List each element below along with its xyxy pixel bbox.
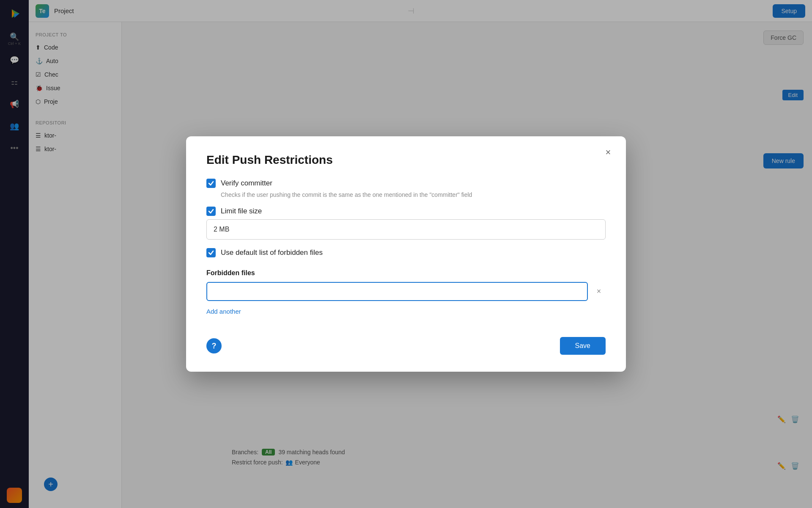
verify-committer-row: Verify committer [206, 179, 606, 188]
limit-file-size-row: Limit file size [206, 207, 606, 216]
save-button[interactable]: Save [560, 337, 606, 355]
verify-committer-label: Verify committer [221, 179, 272, 188]
use-default-list-row: Use default list of forbidden files [206, 248, 606, 257]
limit-file-size-label: Limit file size [221, 207, 262, 215]
verify-committer-desc: Checks if the user pushing the commit is… [221, 191, 606, 198]
add-another-button[interactable]: Add another [206, 306, 241, 317]
forbidden-files-input[interactable] [206, 282, 588, 301]
help-button[interactable]: ? [206, 338, 222, 353]
modal-close-button[interactable]: × [601, 145, 616, 160]
forbidden-files-label: Forbidden files [206, 269, 606, 277]
limit-file-size-checkbox[interactable] [206, 207, 216, 216]
use-default-list-checkbox[interactable] [206, 248, 216, 257]
verify-committer-checkbox[interactable] [206, 179, 216, 188]
modal-overlay: Edit Push Restrictions × Verify committe… [0, 0, 812, 508]
modal-title: Edit Push Restrictions [206, 153, 606, 167]
file-size-input[interactable] [206, 219, 606, 240]
modal-footer: ? Save [206, 337, 606, 355]
edit-push-restrictions-modal: Edit Push Restrictions × Verify committe… [186, 136, 626, 372]
use-default-list-label: Use default list of forbidden files [221, 248, 323, 257]
forbidden-files-clear-button[interactable]: × [592, 285, 606, 298]
forbidden-files-input-row: × [206, 282, 606, 301]
